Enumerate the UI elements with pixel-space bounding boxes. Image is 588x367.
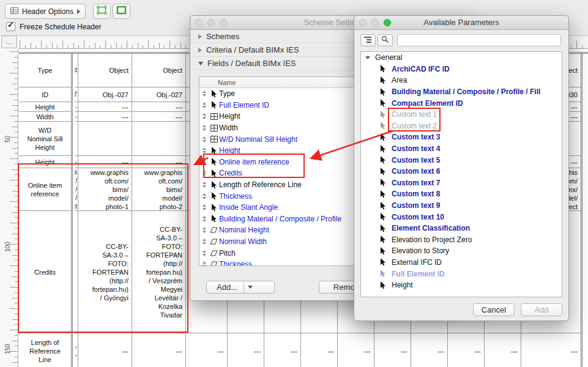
table-cell[interactable]: --- [78,333,132,367]
marquee-tool-button[interactable] [93,4,111,19]
parameter-row[interactable]: Elevation to Story [361,245,562,257]
table-cell[interactable]: www.graphis oft.com/ bimx/ model/ photo-… [78,168,132,211]
header-options-button[interactable]: Header Options [5,4,86,19]
reorder-handle-icon[interactable] [199,170,209,176]
table-cell[interactable]: --- [132,112,185,122]
table-cell[interactable]: --- [228,333,264,367]
parameter-group-row[interactable]: General [361,52,562,64]
reorder-handle-icon[interactable] [199,216,209,222]
row-header-cell[interactable]: W/D Nominal Sill Height [19,122,71,156]
freeze-header-checkbox[interactable]: ✓ [6,22,15,31]
search-input[interactable] [397,34,561,46]
table-cell[interactable]: --- [78,156,132,168]
search-toggle-button[interactable] [378,34,393,46]
table-cell[interactable] [132,122,185,156]
parameter-row[interactable]: Elevation to Project Zero [361,234,562,246]
add-parameter-button[interactable]: Add [521,303,562,316]
dropdown-caret-icon[interactable] [244,286,256,289]
table-cell[interactable]: CC-BY- SA-3.0 – FOTO: FORTEPAN (http:// … [132,211,185,333]
parameter-row[interactable]: Custom text 2 [361,120,562,132]
table-cell[interactable]: ct [75,54,78,87]
parameter-row[interactable]: Element Classification [361,223,562,234]
table-cell[interactable]: --- [485,333,521,367]
row-header-cell[interactable]: Online item reference [19,168,71,211]
table-cell[interactable]: is / / / ct [75,168,78,211]
dialog-titlebar[interactable]: Available Parameters [354,16,568,30]
table-cell[interactable]: CC-BY- SA-3.0 – FOTO: FORTEPAN (http:// … [78,211,132,333]
table-cell[interactable] [75,122,78,156]
frame-tool-button[interactable] [113,4,130,19]
parameter-row[interactable]: Custom text 9 [361,200,562,212]
parameter-row[interactable]: ArchiCAD IFC ID [361,64,562,75]
table-cell[interactable]: --- [78,102,132,112]
disclosure-triangle-icon[interactable] [198,48,202,53]
row-header-cell[interactable]: Height [19,102,71,112]
table-cell[interactable] [78,122,132,156]
table-cell[interactable]: www.graphis oft.com/ bimx/ model/ photo-… [132,168,185,211]
table-cell[interactable]: --- [186,333,227,367]
vertical-ruler[interactable]: 50100150 [0,49,18,367]
row-header-cell[interactable]: Height [19,156,71,168]
add-field-button[interactable]: Add... [206,281,275,294]
reorder-handle-icon[interactable] [199,159,209,165]
parameter-row[interactable]: Custom text 8 [361,188,562,200]
table-cell[interactable]: --- [521,333,581,367]
row-header-cell[interactable]: Length of Reference Line [19,333,71,367]
table-cell[interactable]: --- [132,102,185,112]
disclosure-triangle-icon[interactable] [198,62,203,65]
reorder-handle-icon[interactable] [199,261,209,266]
reorder-handle-icon[interactable] [199,113,209,119]
table-cell[interactable]: Obj.-027 [78,87,132,102]
reorder-handle-icon[interactable] [199,204,209,210]
row-header-cell[interactable]: Credits [19,211,71,333]
table-cell[interactable]: 7 [75,87,78,102]
disclosure-triangle-icon[interactable] [365,56,370,59]
parameter-row[interactable]: Custom text 1 [361,109,562,120]
table-cell[interactable]: --- [411,333,447,367]
reorder-handle-icon[interactable] [199,125,209,131]
table-cell[interactable]: Object [78,54,132,87]
cancel-button[interactable]: Cancel [473,303,515,316]
parameter-row[interactable]: Height [361,280,562,291]
reorder-handle-icon[interactable] [199,102,209,108]
reorder-handle-icon[interactable] [199,182,209,188]
parameter-row[interactable]: Custom text 6 [361,166,562,177]
parameter-row[interactable]: Compact Element ID [361,97,562,109]
parameter-row[interactable]: Custom text 4 [361,143,562,155]
disclosure-triangle-icon[interactable] [198,34,202,39]
row-header-cell[interactable]: ID [19,87,71,102]
table-cell[interactable]: --- [132,333,185,367]
table-cell[interactable]: -- [75,333,78,367]
reorder-handle-icon[interactable] [199,239,209,245]
table-cell[interactable]: --- [75,102,78,112]
table-cell[interactable]: --- [448,333,484,367]
table-cell[interactable]: --- [264,333,300,367]
table-cell[interactable]: --- [75,156,78,168]
table-cell[interactable]: --- [75,112,78,122]
parameter-row[interactable]: Full Element ID [361,268,562,280]
ruler-corner-button[interactable]: ... [1,35,17,48]
parameter-row[interactable]: Area [361,75,562,86]
table-cell[interactable]: Object [132,54,185,87]
parameter-row[interactable]: Custom text 7 [361,177,562,189]
parameter-row[interactable]: Building Material / Composite / Profile … [361,86,562,98]
row-header-cell[interactable]: Width [19,112,71,122]
table-cell[interactable]: Obj.-027 [132,87,185,102]
parameter-row[interactable]: External IFC ID [361,257,562,269]
parameter-row[interactable]: Custom text 5 [361,154,562,166]
table-cell[interactable] [75,211,78,333]
parameter-row[interactable]: Custom text 10 [361,211,562,223]
reorder-handle-icon[interactable] [199,250,209,256]
table-cell[interactable]: --- [338,333,374,367]
table-cell[interactable]: --- [374,333,411,367]
table-cell[interactable]: --- [132,156,185,168]
row-header-cell[interactable]: Type [19,54,71,87]
reorder-handle-icon[interactable] [199,147,209,154]
reorder-handle-icon[interactable] [199,136,209,143]
reorder-handle-icon[interactable] [199,193,209,199]
reorder-handle-icon[interactable] [199,227,209,233]
parameter-row[interactable]: Custom text 3 [361,132,562,143]
reorder-handle-icon[interactable] [199,91,209,97]
table-cell[interactable]: --- [78,112,132,122]
table-cell[interactable]: --- [301,333,337,367]
